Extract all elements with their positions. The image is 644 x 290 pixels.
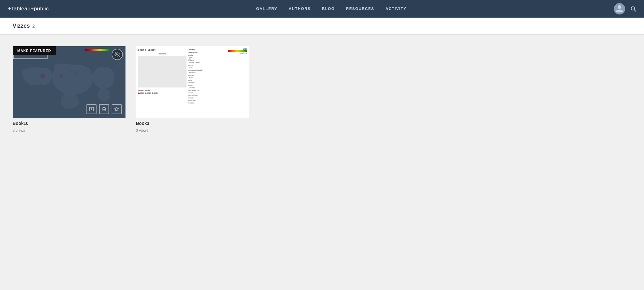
svg-line-1 bbox=[634, 10, 636, 11]
svg-point-3 bbox=[40, 74, 45, 79]
nav-gallery[interactable]: GALLERY bbox=[256, 7, 277, 11]
search-icon bbox=[630, 6, 636, 12]
country-list: ☑ Afghanistan Albania Algeria ☑ Algeria … bbox=[188, 51, 247, 105]
delete-icon-button[interactable] bbox=[99, 104, 109, 114]
user-avatar[interactable] bbox=[614, 3, 625, 14]
logo[interactable]: + tableau+public bbox=[8, 5, 49, 13]
country-item: ☑ Bangladesh bbox=[188, 94, 247, 97]
country-item: Bahrain bbox=[188, 92, 247, 94]
vizzes-label: Vizzes bbox=[13, 23, 30, 29]
country-item: Azerbaijan bbox=[188, 86, 247, 89]
year-label: 2016 bbox=[243, 48, 247, 50]
viz-card-book10: MAKE FEATURED bbox=[13, 46, 126, 133]
favorite-icon-button[interactable] bbox=[112, 104, 122, 114]
logo-plus: + bbox=[8, 5, 11, 13]
legend-2012: 2012 bbox=[145, 92, 151, 94]
star-icon bbox=[114, 107, 119, 112]
main-header: + tableau+public GALLERY AUTHORS BLOG RE… bbox=[0, 0, 644, 18]
country-item: Antigua and Barbuda bbox=[188, 69, 247, 71]
country-item: Albania bbox=[188, 54, 247, 56]
country-item: Angola bbox=[188, 66, 247, 69]
legend-dot-2008 bbox=[138, 92, 140, 94]
book3-thumbnail[interactable]: Sheet 5 Sheet 6 Country bbox=[136, 46, 249, 118]
bottom-action-icons bbox=[86, 104, 122, 114]
book10-views: 2 views bbox=[13, 128, 126, 133]
visibility-toggle-button[interactable] bbox=[112, 49, 123, 60]
nav-blog[interactable]: BLOG bbox=[322, 7, 335, 11]
map-background bbox=[138, 56, 186, 87]
book10-thumbnail[interactable]: MAKE FEATURED bbox=[13, 46, 126, 118]
legend-area: Measure Names bbox=[138, 89, 186, 91]
legend-items: 2008 2012 2016 bbox=[138, 92, 186, 94]
nav-resources[interactable]: RESOURCES bbox=[346, 7, 375, 11]
legend-label-2008: 2008 bbox=[140, 92, 144, 94]
legend-2016: 2016 bbox=[152, 92, 158, 94]
country-item: Brazil bbox=[188, 104, 247, 105]
vizzes-count: 2 bbox=[32, 24, 35, 29]
legend-dot-2016 bbox=[152, 92, 153, 94]
measure-names-label: Measure Names bbox=[138, 89, 150, 91]
book3-views: 0 views bbox=[136, 128, 249, 133]
country-item: Between bbox=[188, 102, 247, 104]
nav-authors[interactable]: AUTHORS bbox=[289, 7, 311, 11]
country-item: Barbados bbox=[188, 97, 247, 99]
country-item: Argentina bbox=[188, 74, 247, 76]
country-item: Austria bbox=[188, 84, 247, 86]
color-scale-top: 2016 1 532,114,190 bbox=[228, 48, 247, 54]
scale-range: 1 532,114,190 bbox=[239, 53, 247, 54]
download-icon-button[interactable] bbox=[86, 104, 97, 114]
book3-title: Book3 bbox=[136, 121, 249, 126]
book3-inner-layout: Sheet 5 Sheet 6 Country bbox=[137, 47, 247, 117]
header-right bbox=[614, 3, 636, 14]
trash-icon bbox=[102, 107, 107, 112]
color-scale-bar bbox=[228, 50, 247, 52]
download-icon bbox=[89, 107, 94, 112]
book3-right-panel: 2016 1 532,114,190 Country ☑ Afghanistan… bbox=[187, 47, 248, 117]
svg-point-4 bbox=[59, 74, 63, 78]
user-icon bbox=[615, 4, 624, 13]
country-item: ☑ Bahamas, The bbox=[188, 89, 247, 92]
country-item: Aruba bbox=[188, 79, 247, 81]
legend-2008: 2008 bbox=[138, 92, 144, 94]
sub-header: Vizzes 2 bbox=[0, 18, 644, 35]
country-item: ☑ Algeria bbox=[188, 59, 247, 61]
country-item: Armenia bbox=[188, 76, 247, 79]
nav-activity[interactable]: ACTIVITY bbox=[386, 7, 407, 11]
country-item: Algeria bbox=[188, 56, 247, 59]
legend-dot-2012 bbox=[145, 92, 147, 94]
sheet5-tab: Sheet 5 bbox=[138, 49, 146, 51]
svg-point-0 bbox=[631, 7, 635, 10]
make-featured-banner[interactable]: MAKE FEATURED bbox=[13, 46, 56, 55]
country-item: Arab World bbox=[188, 71, 247, 74]
country-item: Bosnia and... bbox=[188, 99, 247, 102]
main-content: MAKE FEATURED bbox=[0, 35, 644, 144]
search-button[interactable] bbox=[630, 6, 636, 12]
country-item: American Samoa bbox=[188, 61, 247, 64]
logo-label: tableau+public bbox=[12, 6, 49, 12]
book10-title: Book10 bbox=[13, 121, 126, 126]
mini-world-map bbox=[138, 56, 186, 87]
legend-label-2016: 2016 bbox=[154, 92, 158, 94]
book3-left-panel: Sheet 5 Sheet 6 Country bbox=[137, 47, 187, 117]
eye-off-icon bbox=[114, 52, 120, 57]
sheet6-tab: Sheet 6 bbox=[148, 49, 156, 51]
svg-marker-8 bbox=[114, 107, 119, 111]
sheet-tabs: Sheet 5 Sheet 6 bbox=[138, 49, 186, 51]
vizzes-title-area: Vizzes 2 bbox=[13, 23, 631, 29]
country-item: ☑ Australia bbox=[188, 81, 247, 84]
book3-content: Sheet 5 Sheet 6 Country bbox=[136, 46, 249, 118]
svg-point-5 bbox=[74, 71, 77, 75]
main-nav: GALLERY AUTHORS BLOG RESOURCES ACTIVITY bbox=[256, 7, 407, 11]
viz-card-book3: Sheet 5 Sheet 6 Country bbox=[136, 46, 249, 133]
legend-label-2012: 2012 bbox=[147, 92, 151, 94]
country-item: Andorra bbox=[188, 64, 247, 66]
country-header: Country bbox=[138, 53, 186, 55]
